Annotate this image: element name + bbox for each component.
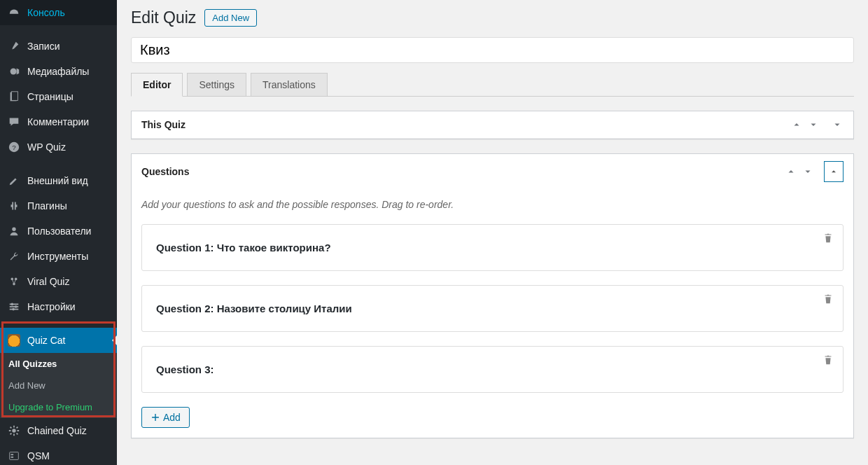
sidebar-item-quizcat[interactable]: Quiz Cat <box>0 328 117 353</box>
tab-editor[interactable]: Editor <box>131 73 183 97</box>
toggle-icon[interactable] <box>831 118 844 131</box>
svg-rect-18 <box>10 452 19 460</box>
sidebar-item-posts[interactable]: Записи <box>0 34 117 59</box>
tab-settings[interactable]: Settings <box>187 73 246 97</box>
sidebar-item-users[interactable]: Пользователи <box>0 218 117 244</box>
sidebar-item-label: Медиафайлы <box>27 66 89 77</box>
sidebar-item-label: Записи <box>27 41 59 52</box>
question-title: Question 1: Что такое викторина? <box>156 242 331 254</box>
svg-point-1 <box>10 69 17 75</box>
svg-point-15 <box>15 305 18 308</box>
questions-box: Questions Add your questions to ask and … <box>131 153 854 438</box>
sidebar-item-label: Консоль <box>27 7 65 18</box>
main-content: Edit Quiz Add New Editor Settings Transl… <box>117 0 868 465</box>
move-up-icon[interactable] <box>790 118 803 131</box>
sidebar-item-tools[interactable]: Инструменты <box>0 244 117 269</box>
editor-tabs: Editor Settings Translations <box>131 73 854 97</box>
dashboard-icon <box>7 6 21 20</box>
question-title: Question 3: <box>156 363 214 375</box>
svg-rect-0 <box>13 10 15 13</box>
svg-rect-3 <box>11 92 18 101</box>
quizcat-icon <box>7 333 21 347</box>
sidebar-item-label: QSM <box>27 450 50 461</box>
add-button-label: Add <box>163 412 181 423</box>
this-quiz-title: This Quiz <box>141 119 186 130</box>
question-title: Question 2: Назовите столицу Италии <box>156 303 352 314</box>
submenu-all-quizzes[interactable]: All Quizzes <box>0 353 117 375</box>
svg-rect-19 <box>11 454 14 455</box>
sidebar-item-label: Пользователи <box>27 225 91 237</box>
question-card[interactable]: Question 1: Что такое викторина? <box>141 224 844 271</box>
sidebar-item-label: Настройки <box>27 301 76 312</box>
trash-icon[interactable] <box>822 232 834 244</box>
sidebar-item-chainedquiz[interactable]: Chained Quiz <box>0 418 117 443</box>
sidebar-item-appearance[interactable]: Внешний вид <box>0 168 117 193</box>
viral-icon <box>7 275 21 289</box>
plus-icon <box>150 412 160 422</box>
sidebar-item-label: Комментарии <box>27 116 89 127</box>
quiz-title-input[interactable] <box>131 37 854 63</box>
quizcat-submenu: All Quizzes Add New Upgrade to Premium <box>0 353 117 418</box>
sidebar-item-pages[interactable]: Страницы <box>0 84 117 109</box>
plugin-icon <box>7 199 21 213</box>
svg-point-7 <box>12 228 15 231</box>
add-new-button[interactable]: Add New <box>204 9 257 27</box>
sidebar-item-console[interactable]: Консоль <box>0 0 117 25</box>
svg-point-16 <box>12 308 15 311</box>
sidebar-item-viralquiz[interactable]: Viral Quiz <box>0 269 117 294</box>
toggle-icon[interactable] <box>824 161 844 182</box>
gear-icon <box>7 424 21 438</box>
sidebar-item-comments[interactable]: Комментарии <box>0 109 117 134</box>
svg-text:?: ? <box>12 144 16 151</box>
trash-icon[interactable] <box>822 293 834 305</box>
this-quiz-box: This Quiz <box>131 111 854 139</box>
question-card[interactable]: Question 3: <box>141 346 844 393</box>
trash-icon[interactable] <box>822 354 834 366</box>
sidebar-item-wpquiz[interactable]: ? WP Quiz <box>0 134 117 160</box>
page-icon <box>7 90 21 104</box>
user-icon <box>7 224 21 238</box>
tab-translations[interactable]: Translations <box>251 73 328 97</box>
add-question-button[interactable]: Add <box>141 407 190 428</box>
settings-icon <box>7 300 21 314</box>
sidebar-item-label: Chained Quiz <box>27 425 87 436</box>
tools-icon <box>7 249 21 263</box>
sidebar-item-settings[interactable]: Настройки <box>0 294 117 319</box>
sidebar-item-media[interactable]: Медиафайлы <box>0 59 117 84</box>
sidebar-item-plugins[interactable]: Плагины <box>0 193 117 218</box>
page-title: Edit Quiz <box>131 8 196 27</box>
svg-rect-20 <box>11 457 14 458</box>
move-down-icon[interactable] <box>807 118 820 131</box>
sidebar-item-label: Страницы <box>27 91 74 102</box>
sidebar-item-label: Внешний вид <box>27 175 88 186</box>
sidebar-item-label: Quiz Cat <box>27 335 65 346</box>
pin-icon <box>7 39 21 53</box>
move-up-icon[interactable] <box>785 165 797 178</box>
svg-point-14 <box>11 303 14 306</box>
brush-icon <box>7 174 21 188</box>
sidebar-item-label: Инструменты <box>27 251 88 262</box>
svg-point-17 <box>12 429 15 432</box>
comment-icon <box>7 115 21 129</box>
sidebar-item-label: Плагины <box>27 200 67 211</box>
submenu-upgrade[interactable]: Upgrade to Premium <box>0 396 117 418</box>
qsm-icon <box>7 449 21 463</box>
admin-sidebar: Консоль Записи Медиафайлы Страницы Комме… <box>0 0 117 465</box>
media-icon <box>7 64 21 78</box>
questions-title: Questions <box>141 166 189 177</box>
sidebar-item-qsm[interactable]: QSM <box>0 443 117 465</box>
move-down-icon[interactable] <box>802 165 814 178</box>
submenu-add-new[interactable]: Add New <box>0 375 117 396</box>
question-card[interactable]: Question 2: Назовите столицу Италии <box>141 285 844 332</box>
help-icon: ? <box>7 140 21 154</box>
questions-hint: Add your questions to ask and the possib… <box>141 199 844 210</box>
sidebar-item-label: WP Quiz <box>27 141 66 153</box>
sidebar-item-label: Viral Quiz <box>27 276 69 287</box>
